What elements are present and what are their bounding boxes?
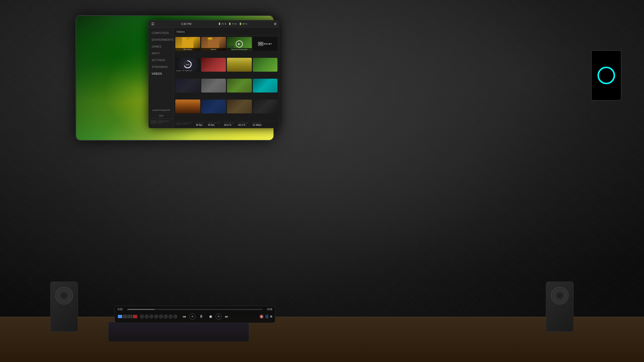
version-value: 1.20.11 — [157, 122, 163, 124]
sidebar-item-videos[interactable]: VIDEOS — [149, 70, 174, 77]
stat-video-bitrate: Video Bitrate 21 Mbps — [253, 122, 262, 126]
video-item-multi[interactable] — [227, 79, 252, 93]
quit-button[interactable]: Quit — [149, 113, 174, 118]
circle-btn-8[interactable] — [173, 314, 177, 319]
dolby-logo: DD DOLBY — [258, 42, 272, 46]
video-item-dolby[interactable]: DD DOLBY — [253, 37, 278, 51]
speaker-left — [50, 282, 78, 332]
dot-indicator — [270, 315, 272, 318]
circle-btn-6[interactable] — [164, 314, 168, 319]
sidebar-item-computers[interactable]: COMPUTERS — [149, 30, 174, 36]
video-item-dark1[interactable] — [175, 79, 200, 93]
version-stat-label: Version: 1.20.11 — [176, 124, 187, 125]
battery-value-2: 70 % — [232, 23, 237, 25]
speaker-left-driver — [55, 287, 73, 304]
volume-button[interactable]: 🔇 — [259, 314, 264, 319]
video-frame-rate-value: 30 fps — [208, 124, 214, 126]
stat-frame-rate: Frame Rate 90 fps — [196, 122, 204, 126]
media-player: 0:02 -0:08 ⏮ ↺ 15 — [114, 306, 275, 323]
sidebar-item-input[interactable]: INPUT — [149, 50, 174, 57]
gray-thumb — [201, 79, 226, 93]
version-label: Version: — [151, 122, 157, 124]
video-item-bigbuck[interactable]: ▶ Big Buck Bunny.mp4 Local file — [227, 37, 252, 51]
forward15-button[interactable]: ↻ 15 — [216, 313, 222, 320]
video-item-ship[interactable] — [201, 100, 226, 113]
view-btn-4[interactable] — [133, 315, 137, 318]
header-status-bar: 🔋 70 % 🔋 70 % 🔋 98 % — [218, 23, 248, 25]
video-item-person[interactable] — [253, 100, 278, 113]
video-item-desert[interactable] — [227, 58, 252, 72]
rewind15-button[interactable]: ↺ 15 — [189, 313, 195, 320]
gravity-close-icon[interactable]: × — [192, 70, 193, 71]
folder-shape-movies — [208, 39, 219, 48]
circle-btn-3[interactable] — [149, 314, 153, 319]
hosted-value: Oculus Quest 2 — [157, 120, 169, 122]
battery-3: 🔋 98 % — [239, 23, 248, 25]
player-menu-button[interactable]: ☰ — [265, 314, 269, 319]
next-button[interactable]: ⏭ — [223, 313, 230, 320]
pause-button[interactable]: ⏸ — [197, 312, 206, 321]
sidebar-item-settings[interactable]: SETTINGS — [149, 57, 174, 64]
progress-bar-container: 0:02 -0:08 — [118, 308, 272, 311]
sidebar-spacer — [149, 77, 174, 107]
person-thumb — [253, 100, 278, 113]
sidebar: COMPUTERS ENVIRONMENTS GAMES INPUT SETTI… — [149, 28, 174, 127]
circle-btn-2[interactable] — [145, 314, 149, 319]
app-body: COMPUTERS ENVIRONMENTS GAMES INPUT SETTI… — [149, 28, 279, 127]
view-btn-1[interactable] — [118, 315, 122, 318]
video-item-room[interactable] — [227, 100, 252, 113]
view-btn-3[interactable] — [128, 315, 132, 318]
video-item-gravity[interactable]: 67% Gravity - 2K Trailer.mp4 × — [175, 58, 200, 72]
circle-btn-4[interactable] — [154, 314, 158, 319]
circle-btn-7[interactable] — [169, 314, 173, 319]
multi-thumb — [227, 79, 252, 93]
launch-steamvr-button[interactable]: Launch SteamVR — [149, 107, 174, 113]
stat-hosted: Hosted: Oculus Quest 2 Version: 1.20.11 — [176, 122, 192, 126]
speaker-right-driver — [551, 287, 569, 304]
grid-view-icon[interactable]: ⊞ — [274, 22, 276, 26]
forward-label: 15 — [218, 316, 220, 317]
video-item-movies[interactable]: Movies — [201, 37, 226, 51]
stat-video-frame-rate: Video Frame Rate 30 fps — [208, 122, 220, 126]
video-item-sunset[interactable] — [175, 100, 200, 113]
sidebar-item-games[interactable]: GAMES — [149, 43, 174, 50]
battery-icon-2: 🔋 — [228, 23, 231, 25]
teal-thumb — [253, 79, 278, 93]
gravity-filename-tag: Gravity - 2K Trailer.mp4 × — [175, 70, 194, 72]
video-item-landscape[interactable] — [253, 58, 278, 72]
monitor-right — [591, 50, 621, 101]
app-header: ☰ 3:30 PM 🔋 70 % 🔋 70 % 🔋 98 % ⊞ — [149, 20, 279, 28]
content-header: Videos — [174, 28, 279, 35]
dolby-container: DD DOLBY — [253, 37, 278, 51]
stats-bar: Hosted: Oculus Quest 2 Version: 1.20.11 … — [174, 121, 279, 127]
stop-button[interactable]: ⏹ — [207, 313, 214, 320]
cpu-value: 52.6 % — [224, 124, 231, 126]
gravity-progress-svg: 67% — [183, 60, 192, 69]
hamburger-menu-icon[interactable]: ☰ — [151, 22, 154, 26]
video-item-gray[interactable] — [201, 79, 226, 93]
video-grid: 360 Videos Movies ▶ Big Buc — [174, 35, 279, 121]
video-item-360videos[interactable]: 360 Videos — [175, 37, 200, 51]
prev-button[interactable]: ⏮ — [181, 313, 188, 320]
svg-text:67%: 67% — [186, 64, 189, 66]
rewind-label: 15 — [192, 316, 193, 317]
video-label-movies: Movies — [201, 48, 226, 51]
dolby-dd-icon: DD — [258, 42, 263, 46]
video-item-teal[interactable] — [253, 79, 278, 93]
view-btn-2[interactable] — [123, 315, 127, 318]
sidebar-item-streaming[interactable]: STREAMING — [149, 64, 174, 70]
circle-btn-1[interactable] — [140, 314, 144, 319]
main-content: Videos 360 Videos Movies — [174, 28, 279, 127]
room-thumb — [227, 100, 252, 113]
battery-2: 🔋 70 % — [228, 23, 237, 25]
progress-bar[interactable] — [127, 309, 263, 310]
bigbuck-sublabel: Local file — [227, 46, 233, 48]
desert-thumb — [227, 58, 252, 72]
version-info: Version: 1.20.11 — [151, 122, 172, 124]
sidebar-item-environments[interactable]: ENVIRONMENTS — [149, 36, 174, 43]
video-item-red[interactable] — [201, 58, 226, 72]
folder-shape-360 — [182, 39, 193, 48]
battery-icon-1: 🔋 — [218, 23, 221, 25]
circle-btn-5[interactable] — [159, 314, 163, 319]
progress-fill — [127, 309, 154, 310]
